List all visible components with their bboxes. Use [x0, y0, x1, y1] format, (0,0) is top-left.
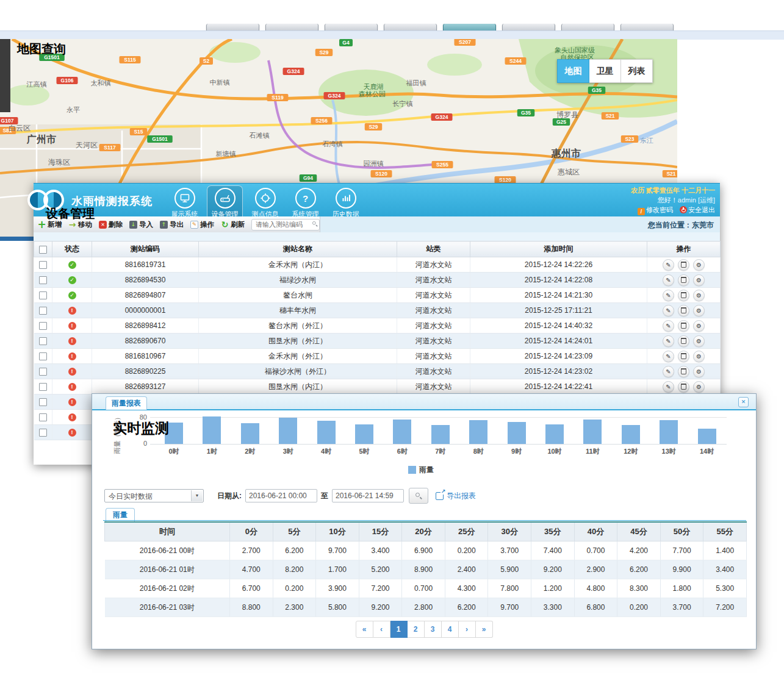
page-button-›[interactable]: › [459, 621, 476, 638]
nav-item-测点信息[interactable]: 测点信息 [247, 185, 283, 220]
svg-text:石湾镇: 石湾镇 [323, 140, 343, 148]
toolbar-button-删除[interactable]: ✕删除 [99, 220, 123, 229]
table-row[interactable]: !0000000001穗丰年水闸河道水文站2015-12-25 17:11:21… [34, 303, 721, 318]
logout-link[interactable]: 安全退出 [680, 206, 715, 213]
map-type-button-卫星[interactable]: 卫星 [589, 59, 621, 83]
toolbar-button-刷新[interactable]: ↻刷新 [221, 220, 245, 229]
settings-icon[interactable]: ⚙ [693, 290, 705, 301]
xtick-label: 13时 [655, 447, 682, 456]
settings-icon[interactable]: ⚙ [693, 320, 705, 332]
column-header: 操作 [647, 241, 721, 257]
bar-13时 [660, 420, 678, 444]
legend-swatch [408, 466, 416, 474]
table-row[interactable]: ✓8826894807鳌台水闸河道水文站2015-12-24 14:21:30✎… [34, 288, 721, 303]
edit-icon[interactable]: ✎ [663, 381, 674, 393]
edit-icon[interactable]: ✎ [663, 366, 674, 377]
edit-icon[interactable]: ✎ [663, 259, 674, 271]
delete-icon[interactable] [678, 305, 689, 316]
date-from-input[interactable] [245, 489, 317, 502]
edit-icon[interactable]: ✎ [663, 305, 674, 316]
edit-icon[interactable]: ✎ [663, 351, 674, 362]
toolbar-button-操作[interactable]: ✎操作 [190, 220, 214, 229]
select-all-checkbox[interactable] [39, 246, 47, 254]
edit-icon[interactable]: ✎ [663, 320, 674, 332]
tab-rainfall-report[interactable]: 雨量报表 [106, 396, 147, 410]
page-button-3[interactable]: 3 [425, 621, 442, 638]
column-header: 状态 [52, 241, 92, 257]
table-row[interactable]: !8826898412鳌台水闸（外江）河道水文站2015-12-24 14:40… [34, 318, 721, 334]
close-icon[interactable]: ✕ [738, 397, 749, 407]
settings-icon[interactable]: ⚙ [693, 351, 705, 362]
row-checkbox[interactable] [39, 276, 47, 284]
svg-text:江高镇: 江高镇 [26, 80, 47, 88]
table-row[interactable]: !8826890670围垦水闸（外江）河道水文站2015-12-24 14:24… [34, 334, 721, 349]
row-checkbox[interactable] [39, 368, 47, 376]
station-search-input[interactable] [251, 219, 320, 230]
user-info-block: 农历 贰零壹伍年 十二月十一 您好！admin [运维] /修改密码 安全退出 [631, 185, 715, 215]
delete-icon[interactable] [678, 259, 689, 271]
chevron-down-icon[interactable]: ▼ [191, 490, 203, 501]
page-button-1[interactable]: 1 [390, 621, 408, 638]
edit-icon[interactable]: ✎ [663, 274, 674, 286]
svg-text:S2: S2 [203, 58, 210, 64]
delete-icon[interactable] [678, 381, 689, 393]
delete-icon[interactable] [678, 366, 689, 377]
page-button-«[interactable]: « [356, 621, 373, 638]
edit-icon[interactable]: ✎ [663, 290, 674, 301]
page-button-2[interactable]: 2 [408, 621, 425, 638]
delete-icon[interactable] [678, 351, 689, 362]
lunar-date: 农历 贰零壹伍年 十二月十一 [631, 185, 715, 195]
nav-item-展示系统[interactable]: 展示系统 [167, 185, 203, 220]
row-checkbox[interactable] [39, 352, 47, 360]
settings-icon[interactable]: ⚙ [693, 274, 705, 286]
page-button-4[interactable]: 4 [442, 621, 459, 638]
table-row[interactable]: !8826890225福禄沙水闸（外江）河道水文站2015-12-24 14:2… [34, 364, 721, 379]
map-type-button-列表[interactable]: 列表 [621, 59, 653, 83]
delete-icon[interactable] [678, 320, 689, 332]
table-row[interactable]: !8826893127围垦水闸（内江）河道水文站2015-12-24 14:22… [34, 379, 721, 395]
row-checkbox[interactable] [39, 261, 47, 269]
row-checkbox[interactable] [39, 429, 47, 437]
map-bottom-border [0, 237, 35, 241]
nav-item-系统管理[interactable]: ?系统管理 [287, 185, 323, 220]
row-checkbox[interactable] [39, 337, 47, 345]
settings-icon[interactable]: ⚙ [693, 259, 705, 271]
change-password-link[interactable]: /修改密码 [638, 206, 673, 213]
map-type-button-地图[interactable]: 地图 [557, 59, 589, 83]
date-to-input[interactable] [332, 489, 404, 502]
xtick-label: 8时 [465, 447, 492, 456]
row-checkbox[interactable] [39, 398, 47, 406]
export-report-link[interactable]: 导出报表 [436, 491, 476, 501]
svg-text:S117: S117 [104, 145, 116, 151]
dataset-select[interactable]: 今日实时数据 ▼ [104, 489, 204, 502]
table-row[interactable]: !8816810967金禾水闸（外江）河道水文站2015-12-24 14:23… [34, 349, 721, 364]
row-checkbox[interactable] [39, 291, 47, 299]
nav-item-设备管理[interactable]: 设备管理 [207, 185, 243, 220]
delete-icon[interactable] [678, 290, 689, 301]
page-button-‹[interactable]: ‹ [373, 621, 390, 638]
svg-text:S21: S21 [666, 171, 675, 177]
page-button-»[interactable]: » [476, 621, 493, 638]
settings-icon[interactable]: ⚙ [693, 305, 705, 316]
bar-6时 [393, 420, 411, 444]
delete-icon[interactable] [678, 274, 689, 286]
toolbar-button-导出[interactable]: ↑导出 [160, 220, 184, 229]
row-checkbox[interactable] [39, 322, 47, 330]
delete-icon[interactable] [678, 335, 689, 347]
edit-icon[interactable]: ✎ [663, 335, 674, 347]
row-checkbox[interactable] [39, 383, 47, 391]
nav-item-历史数据[interactable]: 历史数据 [328, 185, 364, 220]
realtime-monitor-window: 雨量报表 ✕ 80 0 雨量（毫米） 0时1时2时3时4时5时6时7时8时9时1… [92, 393, 757, 649]
row-checkbox[interactable] [39, 413, 47, 421]
toolbar-button-导入[interactable]: ↓导入 [129, 220, 153, 229]
search-button[interactable] [409, 488, 428, 504]
settings-icon[interactable]: ⚙ [693, 335, 705, 347]
settings-icon[interactable]: ⚙ [693, 381, 705, 393]
table-row[interactable]: ✓8816819731金禾水闸（内江）河道水文站2015-12-24 14:22… [34, 257, 721, 273]
svg-text:G324: G324 [328, 93, 341, 99]
row-checkbox[interactable] [39, 307, 47, 315]
settings-icon[interactable]: ⚙ [693, 366, 705, 377]
tab-rainfall[interactable]: 雨量 [106, 508, 135, 521]
svg-text:G324: G324 [436, 114, 448, 120]
table-row[interactable]: ✓8826894530福绿沙水闸河道水文站2015-12-24 14:22:08… [34, 273, 721, 288]
